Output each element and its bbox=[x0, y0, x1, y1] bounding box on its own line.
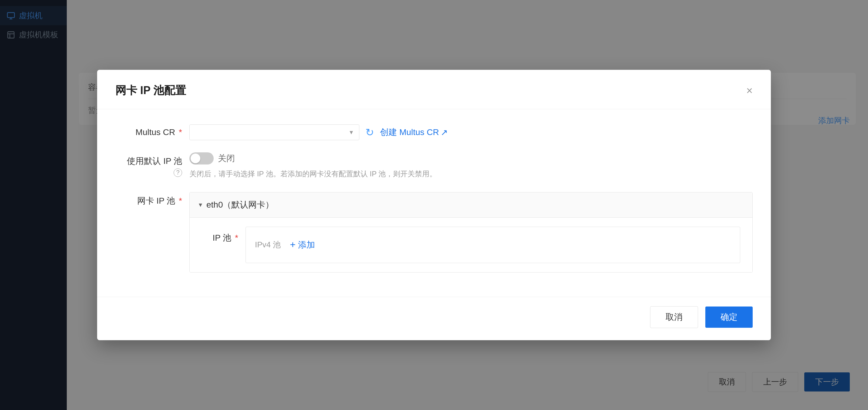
default-ip-pool-label: 使用默认 IP 池 ? bbox=[115, 152, 182, 177]
dialog-cancel-button[interactable]: 取消 bbox=[650, 306, 698, 328]
toggle-hint: 关闭后，请手动选择 IP 池。若添加的网卡没有配置默认 IP 池，则开关禁用。 bbox=[189, 168, 753, 180]
refresh-icon: ↻ bbox=[365, 127, 374, 138]
dialog-body: Multus CR * ▾ ↻ bbox=[97, 109, 771, 296]
chevron-down-icon: ▾ bbox=[350, 128, 353, 136]
dialog-confirm-button[interactable]: 确定 bbox=[705, 307, 753, 328]
toggle-track bbox=[189, 152, 214, 164]
dialog-header: 网卡 IP 池配置 × bbox=[97, 70, 771, 109]
default-ip-pool-row: 使用默认 IP 池 ? 关闭 关闭后，请手动选择 IP 池。若添加的网卡没有配置… bbox=[115, 152, 753, 180]
multus-cr-row: Multus CR * ▾ ↻ bbox=[115, 124, 753, 140]
nic-pool-section: ▾ eth0（默认网卡） IP 池 * IPv4 池 bbox=[189, 192, 753, 273]
nic-ip-pool-control: ▾ eth0（默认网卡） IP 池 * IPv4 池 bbox=[189, 192, 753, 273]
nic-ip-pool-row: 网卡 IP 池 * ▾ eth0（默认网卡） bbox=[115, 192, 753, 273]
multus-cr-required-star: * bbox=[179, 127, 182, 137]
refresh-create-group: ↻ 创建 Multus CR ↗ bbox=[365, 126, 448, 138]
toggle-switch[interactable] bbox=[189, 152, 214, 164]
expand-icon: ▾ bbox=[199, 201, 202, 209]
ipv4-pool-label: IPv4 池 bbox=[255, 240, 281, 250]
dialog-close-button[interactable]: × bbox=[746, 85, 753, 96]
ip-pool-label: IP 池 * bbox=[202, 227, 238, 244]
nic-ip-pool-label: 网卡 IP 池 * bbox=[115, 192, 182, 207]
toggle-container: 关闭 bbox=[189, 152, 753, 164]
multus-cr-label: Multus CR * bbox=[115, 124, 182, 137]
nic-body: IP 池 * IPv4 池 + 添加 bbox=[190, 218, 752, 272]
create-multus-cr-link[interactable]: 创建 Multus CR ↗ bbox=[380, 127, 448, 138]
refresh-button[interactable]: ↻ bbox=[365, 126, 374, 138]
external-link-icon: ↗ bbox=[441, 127, 448, 137]
toggle-label: 关闭 bbox=[218, 153, 235, 164]
nic-header[interactable]: ▾ eth0（默认网卡） bbox=[190, 192, 752, 218]
nic-name: eth0（默认网卡） bbox=[206, 199, 274, 211]
default-ip-pool-control: 关闭 关闭后，请手动选择 IP 池。若添加的网卡没有配置默认 IP 池，则开关禁… bbox=[189, 152, 753, 180]
plus-icon: + bbox=[290, 239, 296, 250]
dialog-footer: 取消 确定 bbox=[97, 297, 771, 340]
dialog: 网卡 IP 池配置 × Multus CR * ▾ bbox=[97, 70, 771, 340]
modal-overlay: 网卡 IP 池配置 × Multus CR * ▾ bbox=[0, 0, 868, 410]
toggle-thumb bbox=[191, 154, 200, 163]
multus-cr-select[interactable]: ▾ bbox=[189, 124, 359, 140]
dialog-title: 网卡 IP 池配置 bbox=[115, 83, 186, 98]
ip-pool-box: IPv4 池 + 添加 bbox=[246, 227, 740, 263]
multus-cr-control: ▾ ↻ 创建 Multus CR ↗ bbox=[189, 124, 753, 140]
ip-pool-required-star: * bbox=[235, 233, 238, 243]
help-icon[interactable]: ? bbox=[174, 168, 182, 177]
ip-pool-input-row: IP 池 * IPv4 池 + 添加 bbox=[202, 227, 740, 263]
add-pool-button[interactable]: + 添加 bbox=[290, 239, 315, 251]
nic-ip-pool-required-star: * bbox=[179, 196, 182, 206]
multus-cr-input-row: ▾ ↻ 创建 Multus CR ↗ bbox=[189, 124, 753, 140]
